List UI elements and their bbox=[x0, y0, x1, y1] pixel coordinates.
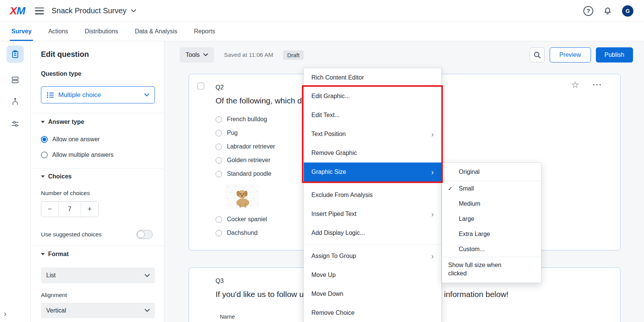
left-icon-rail: › bbox=[0, 41, 31, 322]
format-section-header[interactable]: Format bbox=[41, 251, 155, 258]
chevron-down-icon bbox=[145, 274, 150, 277]
rail-item-blocks[interactable] bbox=[6, 71, 24, 89]
help-icon[interactable]: ? bbox=[583, 6, 593, 16]
form-field-name-label: Name bbox=[220, 313, 235, 320]
menu-item-text-position[interactable]: Text Position› bbox=[304, 125, 441, 144]
format-value: List bbox=[46, 272, 56, 279]
submenu-item-small[interactable]: ✓Small bbox=[442, 181, 541, 196]
increase-choices-button[interactable]: + bbox=[81, 202, 98, 217]
menu-item-rich-content-editor[interactable]: Rich Content Editor bbox=[304, 68, 441, 87]
question-type-dropdown[interactable]: Multiple choice bbox=[41, 86, 155, 103]
svg-text:x: x bbox=[250, 191, 251, 193]
submenu-chevron-icon: › bbox=[431, 130, 434, 138]
choices-section-header[interactable]: Choices bbox=[41, 173, 155, 180]
rail-item-survey-options[interactable] bbox=[6, 115, 24, 133]
tools-button[interactable]: Tools bbox=[180, 47, 214, 63]
xm-logo[interactable]: XM bbox=[10, 5, 25, 17]
alignment-dropdown[interactable]: Vertical bbox=[41, 303, 155, 318]
submenu-item-custom[interactable]: Custom... bbox=[442, 242, 541, 257]
rail-item-survey-flow[interactable] bbox=[6, 93, 24, 111]
radio-unselected-icon bbox=[216, 144, 222, 150]
use-suggested-choices-row: Use suggested choices bbox=[41, 229, 155, 240]
star-icon[interactable]: ☆ bbox=[571, 80, 579, 89]
radio-allow-one-answer[interactable]: Allow one answer bbox=[41, 134, 155, 145]
menu-item-remove-graphic[interactable]: Remove Graphic bbox=[304, 144, 441, 163]
flow-branch-icon bbox=[11, 97, 20, 106]
question-type-value: Multiple choice bbox=[58, 91, 101, 99]
alignment-label: Alignment bbox=[41, 292, 155, 299]
menu-item-assign-to-group[interactable]: Assign To Group› bbox=[304, 247, 441, 266]
graphic-size-submenu: Original ✓Small Medium Large Extra Large… bbox=[442, 163, 541, 283]
topbar-actions: ? G bbox=[583, 5, 633, 17]
publish-button[interactable]: Publish bbox=[596, 47, 633, 63]
choice-graphic-poodle-photo[interactable]: xxxx xxx xxx xxxx bbox=[225, 184, 259, 209]
svg-text:x: x bbox=[252, 185, 253, 187]
decrease-choices-button[interactable]: − bbox=[41, 202, 58, 217]
menu-item-graphic-size[interactable]: Graphic Size› bbox=[304, 163, 441, 181]
svg-text:x: x bbox=[228, 204, 230, 206]
preview-button[interactable]: Preview bbox=[550, 47, 591, 63]
use-suggested-choices-toggle[interactable] bbox=[136, 230, 153, 239]
menu-item-edit-text[interactable]: Edit Text... bbox=[304, 106, 441, 125]
tab-survey[interactable]: Survey bbox=[11, 22, 31, 41]
hamburger-menu-icon[interactable] bbox=[35, 8, 44, 14]
survey-title-dropdown[interactable]: Snack Product Survey bbox=[52, 6, 136, 15]
radio-unselected-icon bbox=[216, 171, 222, 177]
tab-reports[interactable]: Reports bbox=[194, 22, 215, 41]
format-dropdown[interactable]: List bbox=[41, 267, 155, 283]
submenu-item-show-full-size[interactable]: Show full size when clicked bbox=[442, 257, 524, 283]
panel-expander-chevron-icon[interactable]: › bbox=[4, 310, 6, 318]
menu-item-exclude-from-analysis[interactable]: Exclude From Analysis bbox=[304, 186, 441, 205]
radio-unselected-icon bbox=[216, 216, 222, 223]
svg-text:x: x bbox=[230, 191, 231, 193]
avatar[interactable]: G bbox=[622, 5, 633, 17]
submenu-item-original[interactable]: Original bbox=[442, 163, 541, 181]
submenu-item-extra-large[interactable]: Extra Large bbox=[442, 227, 541, 242]
radio-allow-multiple-answers[interactable]: Allow multiple answers bbox=[41, 150, 155, 160]
radio-unselected-icon bbox=[216, 116, 222, 123]
chevron-down-icon bbox=[131, 9, 136, 13]
multiple-choice-icon bbox=[47, 92, 54, 98]
layers-icon bbox=[11, 75, 20, 84]
choice-context-menu: Rich Content Editor Edit Graphic... Edit… bbox=[303, 68, 442, 322]
question-text[interactable]: Of the following, which d bbox=[216, 96, 302, 105]
tab-actions[interactable]: Actions bbox=[48, 22, 68, 41]
chevron-down-icon bbox=[203, 53, 208, 56]
builder-clipboard-icon bbox=[11, 50, 20, 59]
menu-item-add-display-logic[interactable]: Add Display Logic... bbox=[304, 224, 441, 242]
svg-text:x: x bbox=[234, 196, 235, 199]
svg-text:x: x bbox=[250, 204, 252, 206]
svg-text:x: x bbox=[244, 186, 245, 188]
canvas-toolbar: Tools Saved at 11:06 AM Draft Preview Pu… bbox=[180, 47, 633, 63]
question-text-left-fragment[interactable]: If you'd like us to follow u bbox=[216, 290, 304, 299]
collapse-triangle-icon bbox=[41, 121, 45, 123]
sliders-icon bbox=[11, 119, 20, 128]
menu-item-move-down[interactable]: Move Down bbox=[304, 284, 441, 303]
menu-item-move-up[interactable]: Move Up bbox=[304, 266, 441, 284]
submenu-item-large[interactable]: Large bbox=[442, 211, 541, 227]
svg-text:x: x bbox=[235, 185, 236, 187]
question-text-right-fragment: information below! bbox=[444, 290, 508, 299]
autosave-status: Saved at 11:06 AM bbox=[224, 52, 273, 58]
menu-item-remove-choice[interactable]: Remove Choice bbox=[304, 303, 441, 322]
more-options-icon[interactable]: ⋯ bbox=[592, 80, 603, 89]
tab-data-analysis[interactable]: Data & Analysis bbox=[135, 22, 177, 41]
question-number: Q3 bbox=[216, 278, 224, 284]
rail-item-builder[interactable] bbox=[6, 45, 24, 63]
answer-type-section-header[interactable]: Answer type bbox=[41, 119, 155, 125]
menu-item-insert-piped-text[interactable]: Insert Piped Text› bbox=[304, 205, 441, 224]
svg-text:x: x bbox=[228, 186, 229, 188]
notifications-bell-icon[interactable] bbox=[603, 6, 612, 16]
radio-selected-icon bbox=[41, 136, 48, 143]
number-of-choices-stepper: − 7 + bbox=[41, 201, 98, 217]
question-checkbox[interactable] bbox=[197, 83, 204, 89]
use-suggested-choices-label: Use suggested choices bbox=[41, 231, 102, 238]
alignment-value: Vertical bbox=[46, 307, 66, 314]
checkmark-icon: ✓ bbox=[448, 185, 453, 192]
tab-distributions[interactable]: Distributions bbox=[85, 22, 118, 41]
radio-unselected-icon bbox=[216, 130, 222, 136]
question-type-label: Question type bbox=[41, 70, 155, 77]
search-button[interactable] bbox=[530, 47, 545, 63]
submenu-item-medium[interactable]: Medium bbox=[442, 196, 541, 211]
menu-item-edit-graphic[interactable]: Edit Graphic... bbox=[304, 87, 441, 106]
